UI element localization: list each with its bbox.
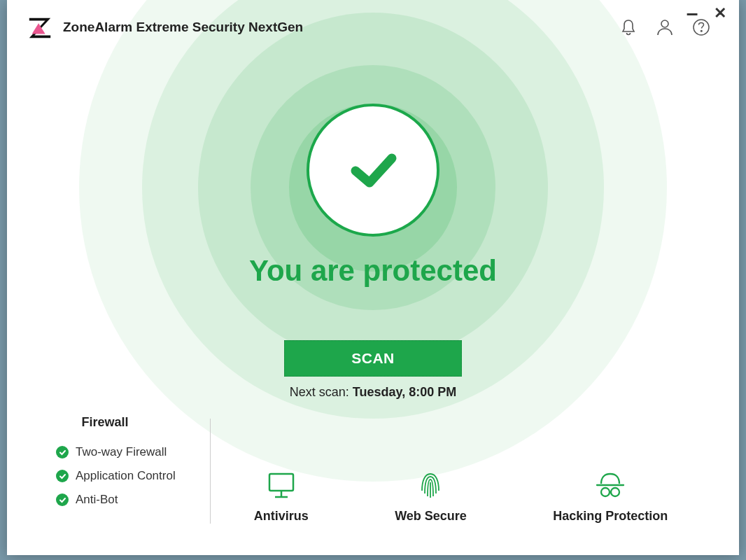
firewall-item-label: Anti-Bot bbox=[76, 493, 118, 507]
firewall-item: Application Control bbox=[56, 469, 210, 483]
hacking-protection-section[interactable]: Hacking Protection bbox=[553, 470, 668, 524]
next-scan-value: Tuesday, 8:00 PM bbox=[353, 385, 456, 399]
account-button[interactable] bbox=[654, 16, 676, 38]
hacking-protection-label: Hacking Protection bbox=[553, 509, 668, 524]
svg-rect-3 bbox=[269, 474, 293, 491]
antivirus-section[interactable]: Antivirus bbox=[254, 471, 309, 524]
scan-button[interactable]: SCAN bbox=[284, 340, 462, 377]
next-scan-text: Next scan: Tuesday, 8:00 PM bbox=[7, 385, 739, 400]
app-window: – ✕ ZoneAlarm Extreme Security NextGen bbox=[7, 0, 739, 555]
antivirus-label: Antivirus bbox=[254, 509, 309, 524]
firewall-title: Firewall bbox=[56, 415, 154, 430]
minimize-button[interactable]: – bbox=[686, 7, 698, 20]
check-icon bbox=[56, 446, 69, 458]
app-logo: ZoneAlarm Extreme Security NextGen bbox=[27, 14, 303, 41]
fingerprint-icon bbox=[416, 470, 444, 500]
svg-point-7 bbox=[611, 488, 619, 496]
firewall-item-label: Two-way Firewall bbox=[76, 445, 167, 459]
svg-point-0 bbox=[661, 20, 668, 27]
firewall-item: Anti-Bot bbox=[56, 493, 210, 507]
check-icon bbox=[56, 493, 69, 506]
checkmark-icon bbox=[342, 139, 404, 202]
status-headline: You are protected bbox=[7, 254, 739, 288]
next-scan-label: Next scan: bbox=[290, 385, 353, 399]
app-title: ZoneAlarm Extreme Security NextGen bbox=[63, 20, 303, 35]
status-badge bbox=[307, 104, 439, 237]
firewall-item: Two-way Firewall bbox=[56, 445, 210, 459]
user-icon bbox=[656, 18, 674, 36]
check-icon bbox=[56, 470, 69, 482]
web-secure-section[interactable]: Web Secure bbox=[395, 470, 467, 524]
status-ripples bbox=[79, 0, 667, 482]
titlebar: ZoneAlarm Extreme Security NextGen bbox=[7, 0, 739, 41]
notifications-button[interactable] bbox=[617, 16, 640, 38]
svg-point-6 bbox=[601, 488, 610, 496]
monitor-icon bbox=[265, 471, 297, 500]
close-button[interactable]: ✕ bbox=[714, 7, 726, 20]
bell-icon bbox=[620, 18, 637, 36]
firewall-section[interactable]: Firewall Two-way Firewall Application Co… bbox=[56, 415, 210, 524]
web-secure-label: Web Secure bbox=[395, 509, 467, 524]
svg-point-2 bbox=[701, 31, 703, 32]
firewall-item-label: Application Control bbox=[76, 469, 176, 483]
zonealarm-logo-icon bbox=[27, 14, 53, 41]
spy-icon bbox=[594, 470, 626, 500]
